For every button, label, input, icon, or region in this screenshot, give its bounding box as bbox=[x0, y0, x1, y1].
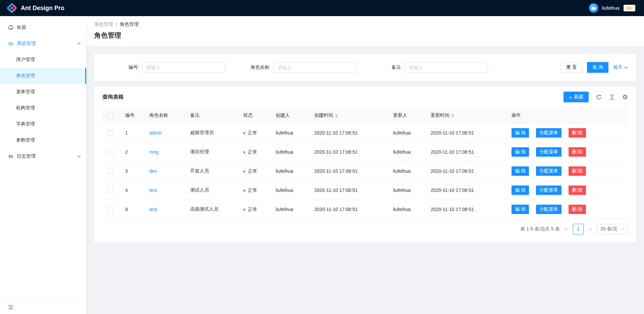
chevron-down-icon bbox=[624, 66, 628, 69]
col-header-created-time-label: 创建时间 bbox=[314, 112, 333, 118]
cell-created-time: 2020-11-10 17:08:51 bbox=[309, 181, 388, 200]
page-number-1[interactable]: 1 bbox=[573, 224, 584, 234]
filter-label-remark: 备注: bbox=[365, 64, 405, 70]
status-dot bbox=[243, 190, 245, 192]
col-header-creator: 创建人 bbox=[270, 108, 309, 123]
sidebar-item-org-mgmt[interactable]: 机构管理 bbox=[0, 100, 86, 116]
breadcrumb: 系统管理 / 角色管理 bbox=[94, 21, 636, 28]
cell-remark: 高级测试人员 bbox=[185, 200, 238, 219]
sidebar-item-welcome[interactable]: 欢迎 bbox=[0, 19, 86, 36]
cell-remark: 项目经理 bbox=[185, 143, 238, 162]
sidebar-item-dict-mgmt[interactable]: 字典管理 bbox=[0, 116, 86, 132]
role-name-link[interactable]: test bbox=[149, 207, 157, 212]
row-checkbox[interactable] bbox=[108, 169, 113, 174]
edit-button[interactable]: 编 辑 bbox=[512, 147, 529, 157]
column-height-icon[interactable] bbox=[609, 94, 615, 100]
id-input[interactable] bbox=[142, 62, 225, 73]
row-checkbox[interactable] bbox=[108, 207, 113, 212]
menu-fold-icon[interactable] bbox=[8, 305, 13, 310]
delete-button[interactable]: 删 除 bbox=[569, 128, 586, 138]
col-header-actions: 操作 bbox=[506, 108, 628, 123]
role-name-link[interactable]: dev bbox=[149, 168, 157, 174]
sidebar-item-menu-mgmt[interactable]: 菜单管理 bbox=[0, 84, 86, 100]
status-label: 正常 bbox=[248, 168, 257, 174]
next-page-icon[interactable] bbox=[587, 227, 593, 231]
assign-menu-button[interactable]: 分配菜单 bbox=[536, 128, 561, 138]
expand-label: 展开 bbox=[613, 64, 623, 70]
row-checkbox[interactable] bbox=[108, 150, 113, 155]
ant-design-logo-icon bbox=[7, 3, 17, 13]
delete-button[interactable]: 删 除 bbox=[569, 166, 586, 176]
edit-button[interactable]: 编 辑 bbox=[512, 205, 529, 214]
cell-updater: liufeihua bbox=[388, 181, 425, 200]
expand-toggle[interactable]: 展开 bbox=[613, 64, 628, 70]
cell-id: 9 bbox=[120, 200, 144, 219]
cell-created-time: 2020-11-10 17:08:51 bbox=[309, 143, 388, 162]
delete-button[interactable]: 删 除 bbox=[569, 205, 586, 214]
col-header-created-time[interactable]: 创建时间 bbox=[309, 108, 388, 123]
sort-icon bbox=[335, 114, 338, 117]
top-header: Ant Design Pro liufeihua dev bbox=[0, 0, 644, 16]
account-menu[interactable]: liufeihua bbox=[589, 3, 619, 13]
assign-menu-button[interactable]: 分配菜单 bbox=[536, 186, 561, 195]
row-checkbox[interactable] bbox=[108, 130, 113, 136]
divider bbox=[532, 168, 533, 174]
cell-remark: 测试人员 bbox=[185, 181, 238, 200]
divider bbox=[565, 207, 565, 212]
crown-icon bbox=[8, 41, 13, 46]
role-name-link[interactable]: mng bbox=[149, 149, 158, 155]
chevron-up-icon bbox=[77, 42, 81, 45]
cell-updated-time: 2020-11-10 17:08:51 bbox=[425, 162, 506, 181]
divider bbox=[532, 130, 533, 136]
cell-updated-time: 2020-11-10 17:08:51 bbox=[425, 123, 506, 143]
assign-menu-button[interactable]: 分配菜单 bbox=[536, 205, 561, 214]
divider bbox=[565, 130, 565, 136]
reset-button[interactable]: 重 置 bbox=[561, 62, 582, 73]
status-dot bbox=[243, 151, 245, 153]
sidebar-item-label: 欢迎 bbox=[17, 24, 26, 31]
filter-item-remark: 备注: bbox=[365, 62, 497, 73]
page-header: 系统管理 / 角色管理 角色管理 bbox=[86, 16, 644, 46]
filter-label-id: 编号: bbox=[102, 64, 142, 70]
select-all-checkbox[interactable] bbox=[108, 113, 113, 118]
role-name-input[interactable] bbox=[273, 62, 357, 73]
breadcrumb-separator: / bbox=[116, 22, 117, 27]
divider bbox=[565, 188, 565, 193]
reload-icon[interactable] bbox=[596, 94, 602, 100]
cell-creator: liufeihua bbox=[270, 162, 309, 181]
cell-created-time: 2020-11-10 17:08:51 bbox=[309, 200, 388, 219]
table-row: 9 test 高级测试人员 正常 liufeihua 2020-11-10 17… bbox=[102, 200, 628, 219]
sidebar-item-user-mgmt[interactable]: 用户管理 bbox=[0, 52, 86, 68]
row-checkbox[interactable] bbox=[108, 188, 113, 193]
prev-page-icon[interactable] bbox=[563, 227, 570, 231]
cell-id: 1 bbox=[120, 123, 144, 143]
remark-input[interactable] bbox=[405, 62, 488, 73]
sidebar-item-role-mgmt[interactable]: 角色管理 bbox=[0, 68, 86, 84]
edit-button[interactable]: 编 辑 bbox=[512, 128, 529, 138]
search-button[interactable]: 查 询 bbox=[587, 62, 608, 73]
assign-menu-button[interactable]: 分配菜单 bbox=[536, 147, 561, 157]
cell-creator: liufeihua bbox=[270, 123, 309, 143]
breadcrumb-item-system[interactable]: 系统管理 bbox=[94, 21, 113, 28]
username: liufeihua bbox=[602, 5, 619, 11]
cell-updated-time: 2020-11-10 17:08:51 bbox=[425, 143, 506, 162]
edit-button[interactable]: 编 辑 bbox=[512, 186, 529, 195]
col-header-status: 状态 bbox=[238, 108, 270, 123]
logo-area[interactable]: Ant Design Pro bbox=[7, 3, 64, 13]
page-size-select[interactable]: 20 条/页 bbox=[597, 224, 628, 234]
edit-button[interactable]: 编 辑 bbox=[512, 166, 529, 176]
sidebar-item-param-mgmt[interactable]: 参数管理 bbox=[0, 132, 86, 148]
delete-button[interactable]: 删 除 bbox=[569, 186, 586, 195]
role-name-link[interactable]: admin bbox=[149, 130, 162, 136]
breadcrumb-item-role: 角色管理 bbox=[120, 21, 139, 28]
settings-gear-icon[interactable]: ⚙ bbox=[622, 94, 628, 100]
sidebar-group-log[interactable]: 日志管理 bbox=[0, 148, 86, 164]
role-name-link[interactable]: test bbox=[149, 188, 157, 193]
new-button[interactable]: + 新建 bbox=[564, 92, 589, 102]
cell-creator: liufeihua bbox=[270, 181, 309, 200]
sidebar-group-system[interactable]: 系统管理 bbox=[0, 36, 86, 52]
delete-button[interactable]: 删 除 bbox=[569, 147, 586, 157]
user-avatar bbox=[589, 3, 598, 13]
col-header-updated-time[interactable]: 更新时间 bbox=[425, 108, 506, 123]
assign-menu-button[interactable]: 分配菜单 bbox=[536, 166, 561, 176]
